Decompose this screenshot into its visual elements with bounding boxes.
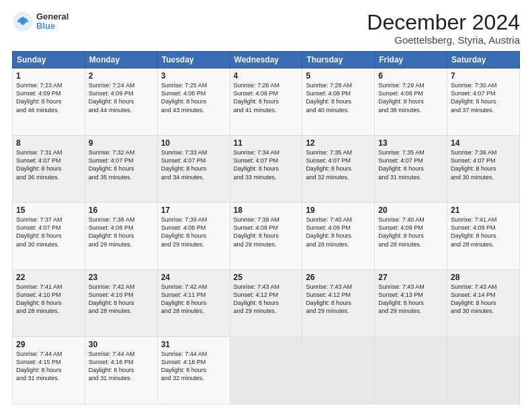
cell-line: and 35 minutes. xyxy=(89,174,132,181)
day-number: 31 xyxy=(161,340,226,349)
page: General Blue December 2024 Goettelsberg,… xyxy=(0,0,532,411)
day-number: 20 xyxy=(378,205,443,215)
title-block: December 2024 Goettelsberg, Styria, Aust… xyxy=(367,11,520,46)
calendar-cell: 24Sunrise: 7:42 AMSunset: 4:11 PMDayligh… xyxy=(157,270,230,337)
week-row-4: 22Sunrise: 7:41 AMSunset: 4:10 PMDayligh… xyxy=(13,270,520,337)
cell-line: Sunrise: 7:38 AM xyxy=(89,216,135,223)
cell-line: Sunset: 4:13 PM xyxy=(378,291,423,298)
day-number: 19 xyxy=(306,205,371,215)
cell-line: Daylight: 8 hours xyxy=(378,165,424,172)
cell-line: Sunset: 4:08 PM xyxy=(161,224,206,231)
cell-line: Sunrise: 7:42 AM xyxy=(161,283,208,290)
day-number: 30 xyxy=(89,340,154,349)
calendar-cell: 8Sunrise: 7:31 AMSunset: 4:07 PMDaylight… xyxy=(13,136,85,203)
cell-line: Daylight: 8 hours xyxy=(89,232,134,239)
day-number: 21 xyxy=(451,205,516,215)
calendar-cell: 30Sunrise: 7:44 AMSunset: 4:16 PMDayligh… xyxy=(85,337,157,404)
calendar-title: December 2024 xyxy=(367,11,520,34)
cell-info: Sunrise: 7:40 AMSunset: 4:09 PMDaylight:… xyxy=(378,216,443,248)
cell-line: and 31 minutes. xyxy=(89,375,132,381)
cell-line: and 37 minutes. xyxy=(451,107,494,113)
week-row-1: 1Sunrise: 7:23 AMSunset: 4:09 PMDaylight… xyxy=(13,68,520,136)
calendar-cell: 9Sunrise: 7:32 AMSunset: 4:07 PMDaylight… xyxy=(85,136,157,203)
cell-line: Sunset: 4:09 PM xyxy=(89,90,134,97)
week-row-3: 15Sunrise: 7:37 AMSunset: 4:07 PMDayligh… xyxy=(13,203,520,270)
cell-line: Sunrise: 7:39 AM xyxy=(161,216,208,223)
calendar-cell: 6Sunrise: 7:29 AMSunset: 4:08 PMDaylight… xyxy=(375,68,447,136)
day-number: 8 xyxy=(16,138,81,148)
day-number: 15 xyxy=(16,205,81,215)
cell-line: Daylight: 8 hours xyxy=(16,232,62,239)
cell-info: Sunrise: 7:25 AMSunset: 4:08 PMDaylight:… xyxy=(161,81,226,114)
cell-line: Sunset: 4:07 PM xyxy=(161,157,206,164)
cell-info: Sunrise: 7:28 AMSunset: 4:08 PMDaylight:… xyxy=(306,81,371,114)
day-number: 6 xyxy=(378,71,443,81)
cell-line: Sunrise: 7:44 AM xyxy=(161,351,208,357)
logo: General Blue xyxy=(12,11,69,32)
cell-info: Sunrise: 7:37 AMSunset: 4:07 PMDaylight:… xyxy=(16,216,81,248)
cell-line: Sunset: 4:10 PM xyxy=(16,291,61,298)
cell-line: Sunset: 4:08 PM xyxy=(378,90,423,97)
cell-line: Sunrise: 7:39 AM xyxy=(234,216,280,223)
cell-line: and 28 minutes. xyxy=(378,241,421,248)
calendar-cell: 26Sunrise: 7:43 AMSunset: 4:12 PMDayligh… xyxy=(302,270,375,337)
cell-line: Sunrise: 7:32 AM xyxy=(89,149,135,156)
calendar-cell: 18Sunrise: 7:39 AMSunset: 4:08 PMDayligh… xyxy=(230,203,302,270)
cell-line: Sunrise: 7:35 AM xyxy=(378,149,425,156)
cell-line: Daylight: 8 hours xyxy=(306,165,351,172)
cell-line: Daylight: 8 hours xyxy=(451,300,496,306)
cell-line: Sunset: 4:11 PM xyxy=(161,291,206,298)
cell-line: Sunrise: 7:40 AM xyxy=(378,216,425,223)
day-number: 2 xyxy=(89,71,154,81)
day-number: 26 xyxy=(306,273,371,282)
cell-line: Daylight: 8 hours xyxy=(378,232,424,239)
cell-line: Sunset: 4:09 PM xyxy=(16,90,61,97)
cell-line: Sunset: 4:09 PM xyxy=(378,224,423,231)
cell-line: Sunset: 4:16 PM xyxy=(161,359,206,365)
weekday-header-thursday: Thursday xyxy=(302,52,375,68)
cell-line: Daylight: 8 hours xyxy=(16,367,62,373)
cell-line: and 38 minutes. xyxy=(378,107,421,113)
weekday-header-monday: Monday xyxy=(85,52,157,68)
cell-line: Sunset: 4:14 PM xyxy=(451,291,496,298)
cell-info: Sunrise: 7:43 AMSunset: 4:14 PMDaylight:… xyxy=(451,283,516,316)
cell-line: and 43 minutes. xyxy=(161,107,204,113)
cell-line: Sunrise: 7:26 AM xyxy=(234,82,280,89)
cell-info: Sunrise: 7:24 AMSunset: 4:09 PMDaylight:… xyxy=(89,81,154,114)
calendar-cell: 12Sunrise: 7:35 AMSunset: 4:07 PMDayligh… xyxy=(302,136,375,203)
calendar-cell: 20Sunrise: 7:40 AMSunset: 4:09 PMDayligh… xyxy=(375,203,447,270)
day-number: 9 xyxy=(89,138,154,148)
cell-line: Sunset: 4:08 PM xyxy=(89,224,134,231)
logo-line2: Blue xyxy=(36,21,69,31)
cell-info: Sunrise: 7:30 AMSunset: 4:07 PMDaylight:… xyxy=(451,81,516,114)
cell-line: Daylight: 8 hours xyxy=(451,98,496,105)
day-number: 16 xyxy=(89,205,154,215)
day-number: 17 xyxy=(161,205,226,215)
cell-line: Sunrise: 7:44 AM xyxy=(16,351,62,357)
cell-line: Sunrise: 7:43 AM xyxy=(234,283,280,290)
logo-icon xyxy=(12,11,34,32)
cell-line: Daylight: 8 hours xyxy=(89,165,134,172)
cell-line: Sunrise: 7:30 AM xyxy=(451,82,497,89)
day-number: 18 xyxy=(234,205,299,215)
cell-line: Daylight: 8 hours xyxy=(306,232,351,239)
calendar-cell: 25Sunrise: 7:43 AMSunset: 4:12 PMDayligh… xyxy=(230,270,302,337)
cell-line: Sunrise: 7:29 AM xyxy=(378,82,425,89)
cell-info: Sunrise: 7:44 AMSunset: 4:16 PMDaylight:… xyxy=(161,350,226,383)
day-number: 25 xyxy=(234,273,299,282)
calendar-cell: 27Sunrise: 7:43 AMSunset: 4:13 PMDayligh… xyxy=(375,270,447,337)
cell-info: Sunrise: 7:33 AMSunset: 4:07 PMDaylight:… xyxy=(161,148,226,181)
cell-line: and 30 minutes. xyxy=(16,241,59,248)
cell-line: Sunset: 4:07 PM xyxy=(234,157,279,164)
cell-info: Sunrise: 7:35 AMSunset: 4:07 PMDaylight:… xyxy=(306,148,371,181)
calendar-cell: 31Sunrise: 7:44 AMSunset: 4:16 PMDayligh… xyxy=(157,337,230,404)
cell-info: Sunrise: 7:43 AMSunset: 4:13 PMDaylight:… xyxy=(378,283,443,316)
cell-line: Daylight: 8 hours xyxy=(161,98,207,105)
cell-line: and 29 minutes. xyxy=(306,308,349,314)
calendar-cell: 29Sunrise: 7:44 AMSunset: 4:15 PMDayligh… xyxy=(13,337,85,404)
calendar-cell: 1Sunrise: 7:23 AMSunset: 4:09 PMDaylight… xyxy=(13,68,85,136)
cell-line: Sunrise: 7:33 AM xyxy=(161,149,208,156)
cell-line: Sunrise: 7:43 AM xyxy=(451,283,497,290)
calendar-cell: 17Sunrise: 7:39 AMSunset: 4:08 PMDayligh… xyxy=(157,203,230,270)
cell-info: Sunrise: 7:35 AMSunset: 4:07 PMDaylight:… xyxy=(378,148,443,181)
